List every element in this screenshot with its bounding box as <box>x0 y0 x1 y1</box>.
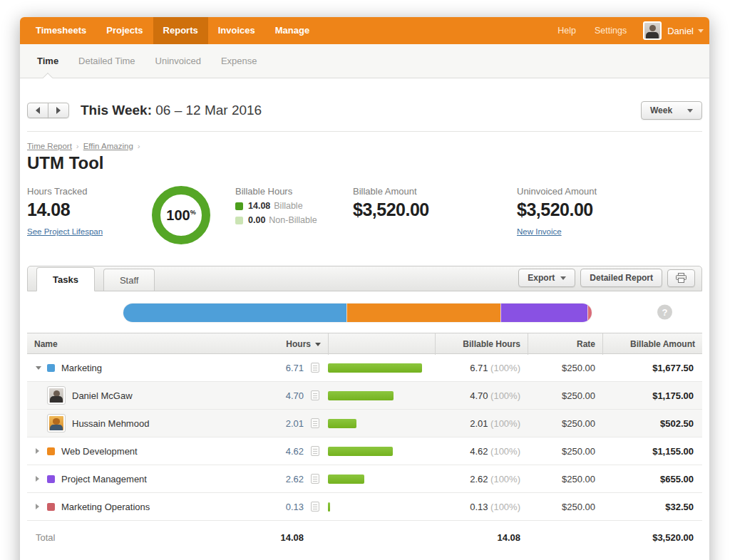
tab-staff[interactable]: Staff <box>103 269 155 291</box>
staff-avatar <box>47 414 66 432</box>
legend-label: Non-Billable <box>269 215 317 225</box>
expand-icon[interactable] <box>36 448 46 454</box>
stat-value: $3,520.00 <box>517 199 597 220</box>
subnav-item-detailed-time[interactable]: Detailed Time <box>68 56 145 66</box>
left-arrow-icon <box>36 107 40 114</box>
nav-item-invoices[interactable]: Invoices <box>208 17 265 44</box>
summary-stats: Hours Tracked 14.08 See Project Lifespan… <box>27 186 702 244</box>
row-hours: 4.62 <box>255 446 307 457</box>
report-tabs: TasksStaff <box>28 267 155 291</box>
print-button[interactable] <box>667 269 695 287</box>
row-name[interactable]: Hussain Mehmood <box>72 418 149 429</box>
report-module: TasksStaff Export Detailed Report <box>27 266 702 554</box>
user-name: Daniel <box>667 26 694 36</box>
hours-bar <box>328 391 394 400</box>
project-lifespan-link[interactable]: See Project Lifespan <box>27 227 103 236</box>
next-week-button[interactable] <box>48 103 69 118</box>
sort-desc-icon <box>315 343 321 346</box>
detailed-report-label: Detailed Report <box>590 273 653 283</box>
row-name[interactable]: Marketing <box>61 363 102 373</box>
nav-item-projects[interactable]: Projects <box>96 17 153 44</box>
row-billable-amount: $1,155.00 <box>602 446 702 457</box>
timesheet-note-icon[interactable] <box>311 363 319 373</box>
tab-tasks[interactable]: Tasks <box>36 267 95 291</box>
table-row-web-development: Web Development4.624.62 (100%)$250.00$1,… <box>27 437 702 465</box>
nav-item-reports[interactable]: Reports <box>153 17 208 44</box>
timesheet-note-icon[interactable] <box>311 474 319 484</box>
row-name[interactable]: Marketing Operations <box>61 502 150 512</box>
row-name-cell: Marketing Operations <box>27 502 255 512</box>
total-row: Total 14.08 14.08 $3,520.00 <box>27 521 702 554</box>
breadcrumb-link-effin-amazing[interactable]: Effin Amazing <box>83 142 133 150</box>
stat-billable-amount: Billable Amount $3,520.00 <box>353 186 474 220</box>
task-color-swatch-icon <box>47 364 55 372</box>
subnav-item-uninvoiced[interactable]: Uninvoiced <box>145 56 211 66</box>
legend-value: 14.08 <box>248 201 270 211</box>
task-color-swatch-icon <box>47 447 55 455</box>
timesheet-note-icon[interactable] <box>311 418 319 428</box>
row-hours: 6.71 <box>255 363 307 373</box>
settings-link[interactable]: Settings <box>585 26 636 36</box>
row-hours: 4.70 <box>255 390 307 401</box>
new-invoice-link[interactable]: New Invoice <box>517 227 562 236</box>
subnav-item-expense[interactable]: Expense <box>211 56 267 66</box>
period-arrows <box>27 103 69 118</box>
legend-value: 0.00 <box>248 215 265 225</box>
header-billable-amount: Billable Amount <box>602 333 702 355</box>
task-color-swatch-icon <box>47 475 55 483</box>
header-hours-sort[interactable]: Hours <box>255 333 328 355</box>
row-name[interactable]: Daniel McGaw <box>72 390 133 401</box>
row-name-cell: Web Development <box>27 446 255 457</box>
chevron-down-icon <box>687 109 693 113</box>
row-rate: $250.00 <box>528 418 602 429</box>
nav-item-timesheets[interactable]: Timesheets <box>26 17 96 44</box>
stacked-segment-marketing-operations <box>587 304 592 322</box>
timesheet-note-icon[interactable] <box>311 502 319 512</box>
row-hours: 0.13 <box>255 502 307 512</box>
row-name[interactable]: Web Development <box>61 446 138 457</box>
stat-label: Billable Amount <box>353 186 474 197</box>
subnav-item-time[interactable]: Time <box>27 56 68 66</box>
timesheet-note-icon[interactable] <box>311 446 319 456</box>
prev-week-button[interactable] <box>27 103 48 118</box>
timeframe-dropdown[interactable]: Week <box>641 101 702 120</box>
app-window: TimesheetsProjectsReportsInvoicesManage … <box>20 17 709 560</box>
hours-bar <box>328 475 364 484</box>
non-billable-swatch-icon <box>235 217 243 224</box>
row-billable-hours: 0.13 (100%) <box>435 502 528 512</box>
expand-icon[interactable] <box>36 476 46 482</box>
stat-label: Uninvoiced Amount <box>517 186 597 197</box>
user-avatar <box>643 21 662 40</box>
row-billable-hours: 4.62 (100%) <box>435 446 528 457</box>
detailed-report-button[interactable]: Detailed Report <box>580 269 662 287</box>
timesheet-note-icon[interactable] <box>311 390 319 400</box>
legend-billable: 14.08 Billable <box>235 201 339 211</box>
stat-value: $3,520.00 <box>353 199 474 220</box>
row-name-cell: Daniel McGaw <box>27 386 255 405</box>
hours-bar <box>328 363 422 373</box>
row-name[interactable]: Project Management <box>61 474 147 484</box>
export-button[interactable]: Export <box>518 269 575 287</box>
row-billable-hours: 2.01 (100%) <box>435 418 528 429</box>
row-name-cell: Marketing <box>27 363 255 373</box>
row-name-cell: Project Management <box>27 474 255 484</box>
user-menu[interactable]: Daniel <box>643 21 704 40</box>
triangle-icon <box>36 448 39 454</box>
legend-non-billable: 0.00 Non-Billable <box>235 215 339 225</box>
total-label: Total <box>27 532 255 543</box>
nav-item-manage[interactable]: Manage <box>265 17 319 44</box>
primary-nav: TimesheetsProjectsReportsInvoicesManage … <box>20 17 709 44</box>
primary-nav-right: Help Settings Daniel <box>548 17 704 44</box>
breadcrumb-link-time-report[interactable]: Time Report <box>27 142 72 150</box>
period-label: This Week: <box>81 103 152 118</box>
table-row-marketing-operations: Marketing Operations0.130.13 (100%)$250.… <box>27 493 702 521</box>
header-hours-label: Hours <box>286 339 311 349</box>
row-billable-amount: $655.00 <box>602 474 702 484</box>
header-billable-hours: Billable Hours <box>435 333 528 355</box>
expand-icon[interactable] <box>36 504 46 509</box>
help-link[interactable]: Help <box>548 26 585 36</box>
help-icon[interactable]: ? <box>657 305 672 320</box>
collapse-icon[interactable] <box>36 366 46 370</box>
row-billable-hours: 2.62 (100%) <box>435 474 528 484</box>
row-hours: 2.01 <box>255 418 307 429</box>
